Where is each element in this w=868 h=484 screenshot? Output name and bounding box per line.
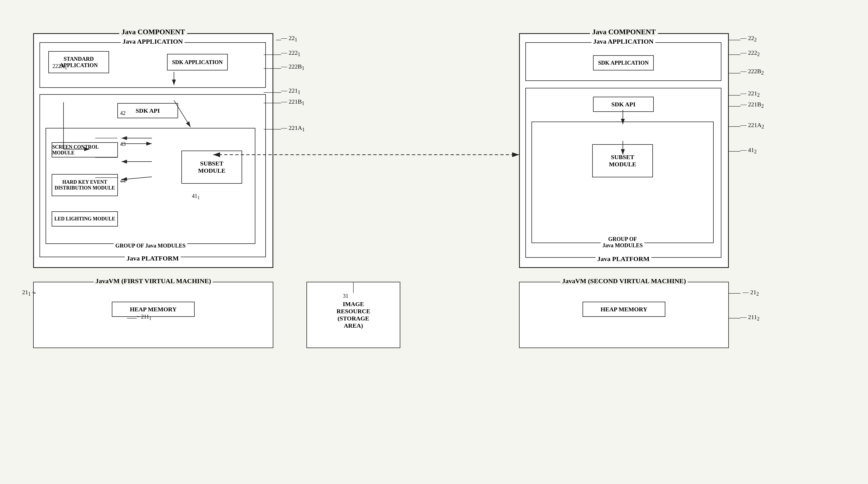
ref-222b-1: — 222B1 bbox=[281, 63, 304, 71]
ref-31: 31 bbox=[343, 293, 348, 299]
ref-211-1: ~ 2111 bbox=[137, 314, 151, 321]
ref-221-2: — 2212 bbox=[740, 90, 760, 98]
heap-memory-right-box: HEAP MEMORY bbox=[583, 302, 665, 317]
heap-memory-left-label: HEAP MEMORY bbox=[130, 306, 177, 313]
image-resource-label: IMAGERESOURCE(STORAGEAREA) bbox=[337, 301, 370, 329]
ref-221a-1: — 221A1 bbox=[281, 124, 305, 133]
sdk-api-left-label: SDK API bbox=[135, 107, 160, 114]
image-resource-box: IMAGERESOURCE(STORAGEAREA) bbox=[306, 282, 400, 348]
right-group-modules-title: GROUP OFJava MODULES bbox=[601, 236, 644, 249]
right-java-application: Java APPLICATION SDK APPLICATION bbox=[525, 42, 721, 81]
diagram-container: Java COMPONENT Java APPLICATION STANDARD… bbox=[17, 17, 851, 467]
heap-memory-right-label: HEAP MEMORY bbox=[600, 306, 647, 313]
ref-222a-1: 222A1 bbox=[53, 63, 67, 71]
ref-221-1: — 2211 bbox=[281, 87, 300, 95]
hard-key-label: HARD KEY EVENTDISTRIBUTION MODULE bbox=[55, 179, 115, 191]
sdk-api-right-label: SDK API bbox=[611, 101, 635, 108]
screen-control-module-box: SCREEN CONTROL MODULE bbox=[52, 142, 118, 158]
bottom-right-javavm: JavaVM (SECOND VIRTUAL MACHINE) HEAP MEM… bbox=[519, 282, 729, 348]
led-label: LED LIGHTING MODULE bbox=[54, 216, 115, 222]
right-java-platform-title: Java PLATFORM bbox=[595, 255, 651, 263]
ref-21-1: 211 ~ bbox=[22, 289, 36, 297]
sdk-application-left-box: SDK APPLICATION bbox=[167, 54, 228, 70]
left-group-modules: GROUP OF Java MODULES SCREEN CONTROL MOD… bbox=[45, 128, 255, 244]
ref-222b-2: — 222B2 bbox=[740, 68, 764, 76]
ref-44: 44 bbox=[120, 178, 126, 184]
ref-221a-2: — 221A2 bbox=[740, 121, 764, 130]
sdk-api-right-box: SDK API bbox=[593, 97, 654, 112]
ref-22-1: — 221 bbox=[281, 34, 297, 43]
screen-control-label: SCREEN CONTROL MODULE bbox=[52, 144, 117, 156]
left-java-platform-title: Java PLATFORM bbox=[125, 255, 181, 262]
subset-module-right-box: SUBSETMODULE bbox=[592, 144, 653, 177]
subset-module-right-label: SUBSETMODULE bbox=[609, 153, 637, 168]
left-java-platform: Java PLATFORM SDK API GROUP OF Java MODU… bbox=[39, 94, 266, 257]
ref-221b-2: — 221B2 bbox=[740, 101, 764, 109]
ref-222-1: — 2221 bbox=[281, 49, 300, 57]
ref-41-1: 411 bbox=[192, 193, 199, 201]
right-component-title: Java COMPONENT bbox=[590, 28, 658, 36]
right-group-modules: GROUP OFJava MODULES SUBSETMODULE bbox=[531, 121, 714, 243]
subset-module-left-box: SUBSETMODULE bbox=[181, 150, 242, 184]
right-java-app-title: Java APPLICATION bbox=[592, 38, 655, 45]
ref-21-2: — 212 bbox=[743, 289, 759, 297]
ref-22-2: — 222 bbox=[740, 34, 757, 43]
right-java-component: Java COMPONENT Java APPLICATION SDK APPL… bbox=[519, 33, 729, 268]
led-lighting-box: LED LIGHTING MODULE bbox=[52, 211, 118, 227]
sdk-application-right-box: SDK APPLICATION bbox=[593, 55, 654, 70]
hard-key-event-box: HARD KEY EVENTDISTRIBUTION MODULE bbox=[52, 174, 118, 196]
heap-memory-left-box: HEAP MEMORY bbox=[112, 302, 195, 317]
ref-221b-1: — 221B1 bbox=[281, 98, 304, 106]
left-java-application: Java APPLICATION STANDARDAPPLICATION SDK… bbox=[39, 42, 266, 88]
ref-222-2: — 2222 bbox=[740, 49, 760, 57]
sdk-app-left-label: SDK APPLICATION bbox=[172, 59, 223, 65]
left-group-modules-title: GROUP OF Java MODULES bbox=[114, 243, 187, 249]
left-java-component: Java COMPONENT Java APPLICATION STANDARD… bbox=[33, 33, 273, 268]
ref-41-2: — 412 bbox=[740, 146, 757, 155]
left-java-app-title: Java APPLICATION bbox=[121, 38, 185, 45]
bottom-left-vm-title: JavaVM (FIRST VIRTUAL MACHINE) bbox=[94, 277, 213, 285]
ref-211-2: — 2112 bbox=[740, 314, 760, 322]
sdk-api-left-box: SDK API bbox=[117, 103, 178, 118]
bottom-left-javavm: JavaVM (FIRST VIRTUAL MACHINE) HEAP MEMO… bbox=[33, 282, 273, 348]
subset-module-left-label: SUBSETMODULE bbox=[198, 160, 225, 174]
left-component-title: Java COMPONENT bbox=[119, 28, 187, 36]
bottom-right-vm-title: JavaVM (SECOND VIRTUAL MACHINE) bbox=[560, 277, 688, 285]
ref-43: 43 bbox=[120, 141, 126, 147]
sdk-app-right-label: SDK APPLICATION bbox=[598, 60, 649, 66]
right-java-platform: Java PLATFORM SDK API GROUP OFJava MODUL… bbox=[525, 88, 721, 258]
ref-42: 42 bbox=[120, 110, 126, 116]
